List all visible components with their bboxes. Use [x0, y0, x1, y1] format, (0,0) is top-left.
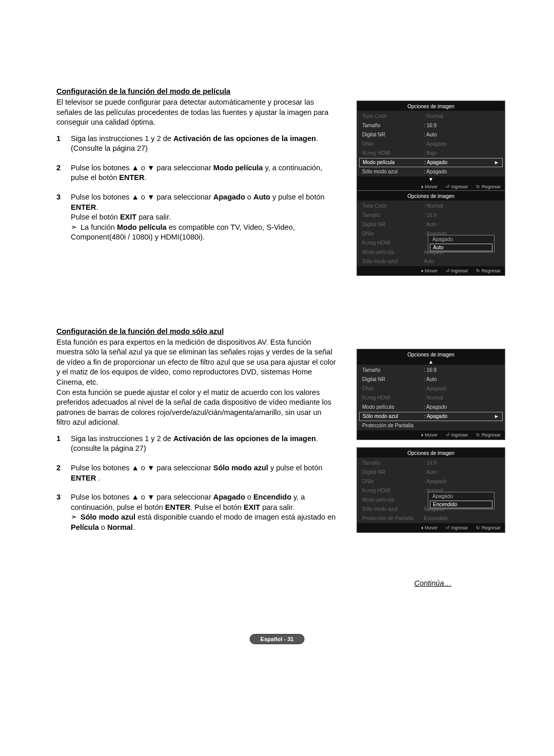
osd-option: Auto — [430, 244, 492, 251]
osd-option: Apagado — [428, 492, 494, 500]
osd-option: Encendido — [430, 501, 492, 508]
osd-row: Tamaño: 16:9 — [357, 366, 505, 375]
osd-submenu-4: ApagadoEncendido — [428, 492, 494, 509]
step-number: 1 — [56, 434, 71, 454]
page-badge: Español - 31 — [250, 634, 305, 644]
step-number: 2 — [56, 163, 71, 183]
osd-row: Protección de Pantalla — [357, 421, 505, 430]
osd-row: DNIe: Apagado — [357, 140, 505, 149]
step1-body: Siga las instrucciones 1 y 2 de Activaci… — [71, 134, 336, 154]
s2-step3-body: Pulse los botones ▲ o ▼ para seleccionar… — [71, 492, 336, 532]
step-number: 3 — [56, 492, 71, 532]
osd-row: Digital NR: Auto — [357, 220, 505, 229]
osd-title: Opciones de imagen — [357, 101, 505, 111]
scroll-down-icon: ▼ — [357, 176, 505, 182]
step3-body: Pulse los botones ▲ o ▼ para seleccionar… — [71, 192, 336, 243]
section2-title: Configuración de la función del modo sól… — [56, 327, 336, 335]
step-number: 1 — [56, 134, 71, 154]
note-arrow-icon — [71, 513, 81, 521]
osd-title: Opciones de imagen — [357, 191, 505, 201]
osd-row: Sólo modo azul: Apagado — [357, 167, 505, 176]
osd-row: Sólo modo azulAuto — [357, 257, 505, 266]
s2-step2-body: Pulse los botones ▲ o ▼ para seleccionar… — [71, 463, 336, 483]
osd-row: Digital NR: Auto — [357, 468, 505, 477]
mover-hint: ♦ Mover — [421, 432, 438, 437]
osd-panel-2: Opciones de imagen Tono Color: NormalTam… — [357, 190, 505, 276]
section2-intro2: Con esta función se puede ajustar el col… — [56, 388, 336, 428]
arrow-right-icon: ► — [494, 159, 499, 166]
osd-body-4: Tamaño: 16:9Digital NR: AutoDNIe: Apagad… — [357, 457, 505, 523]
ingresar-hint: ⏎ Ingresar — [446, 184, 468, 189]
osd-row: DNIe: Apagado — [357, 477, 505, 486]
section1-steps: 1 Siga las instrucciones 1 y 2 de Activa… — [56, 134, 336, 243]
scroll-up-icon: ▲ — [357, 359, 505, 365]
section2-intro: Esta función es para expertos en la medi… — [56, 337, 336, 388]
ingresar-hint: ⏎ Ingresar — [446, 268, 468, 273]
regresar-hint: ↻ Regresar — [476, 184, 501, 189]
osd-row: Sólo modo azul: Apagado► — [359, 412, 503, 421]
osd-row: Tono Color: Normal — [357, 112, 505, 121]
osd-row: N.neg HDMI: Bajo — [357, 149, 505, 158]
regresar-hint: ↻ Regresar — [476, 525, 501, 530]
section1-intro: El televisor se puede configurar para de… — [56, 97, 336, 128]
osd-row: N.neg HDMI: Normal — [357, 393, 505, 403]
osd-option: Apagado — [428, 235, 494, 243]
osd-body-1: Tono Color: NormalTamaño: 16:9Digital NR… — [357, 111, 505, 176]
osd-row: Tamaño: 16:9 — [357, 121, 505, 130]
section1-title: Configuración de la función del modo de … — [56, 87, 336, 95]
osd-body-3: Tamaño: 16:9Digital NR: AutoDNIe: Apagad… — [357, 365, 505, 430]
osd-submenu-2: ApagadoAuto — [428, 235, 494, 252]
osd-row: Modo película: Apagado — [357, 403, 505, 412]
step2-body: Pulse los botones ▲ o ▼ para seleccionar… — [71, 163, 336, 183]
mover-hint: ♦ Mover — [421, 525, 438, 530]
ingresar-hint: ⏎ Ingresar — [446, 525, 468, 530]
step-number: 2 — [56, 463, 71, 483]
osd-title: Opciones de imagen — [357, 349, 505, 359]
osd-footer: ♦ Mover ⏎ Ingresar ↻ Regresar — [357, 266, 505, 275]
regresar-hint: ↻ Regresar — [476, 268, 501, 273]
regresar-hint: ↻ Regresar — [476, 432, 501, 437]
osd-row: Modo película: Apagado► — [359, 158, 503, 167]
osd-row: Tamaño: 16:9 — [357, 459, 505, 468]
mover-hint: ♦ Mover — [421, 268, 438, 273]
osd-row: Tamaño: 16:9 — [357, 211, 505, 220]
s2-step1-body: Siga las instrucciones 1 y 2 de Activaci… — [71, 434, 336, 454]
note-arrow-icon — [71, 223, 81, 231]
osd-body-2: Tono Color: NormalTamaño: 16:9Digital NR… — [357, 201, 505, 266]
osd-footer: ♦ Mover ⏎ Ingresar ↻ Regresar — [357, 523, 505, 532]
osd-row: Digital NR: Auto — [357, 130, 505, 140]
ingresar-hint: ⏎ Ingresar — [446, 432, 468, 437]
osd-row: Digital NR: Auto — [357, 375, 505, 384]
osd-row: Tono Color: Normal — [357, 202, 505, 211]
osd-panel-3: Opciones de imagen ▲ Tamaño: 16:9Digital… — [357, 349, 505, 440]
osd-title: Opciones de imagen — [357, 448, 505, 457]
mover-hint: ♦ Mover — [421, 184, 438, 189]
continue-label: Continúa… — [414, 579, 451, 587]
osd-panel-4: Opciones de imagen Tamaño: 16:9Digital N… — [357, 447, 505, 533]
osd-footer: ♦ Mover ⏎ Ingresar ↻ Regresar — [357, 430, 505, 440]
osd-row: Protección de PantallaEncendido — [357, 514, 505, 523]
osd-row: DNIe: Apagado — [357, 384, 505, 393]
arrow-right-icon: ► — [494, 413, 499, 420]
step-number: 3 — [56, 192, 71, 243]
osd-panel-1: Opciones de imagen Tono Color: NormalTam… — [357, 101, 505, 192]
section2-steps: 1 Siga las instrucciones 1 y 2 de Activa… — [56, 434, 336, 533]
